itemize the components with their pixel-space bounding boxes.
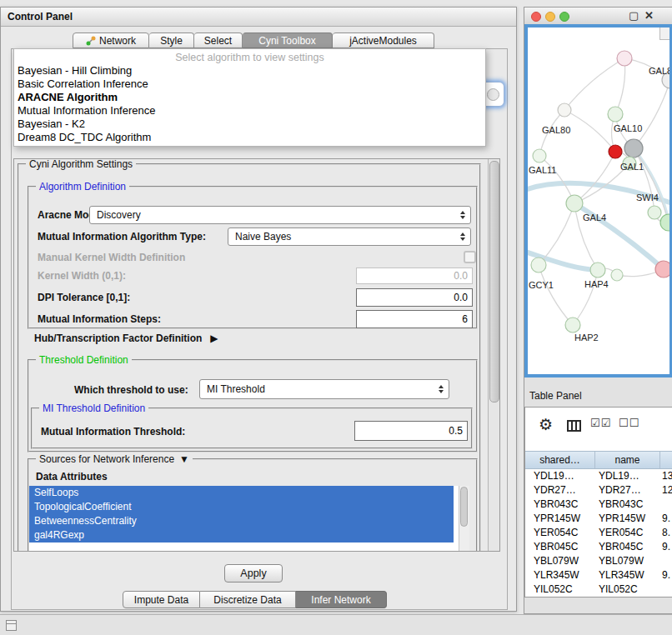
table-cell: YIL052C: [595, 582, 660, 597]
table-cell: YDR27…: [525, 483, 595, 498]
tab-label: Cyni Toolbox: [258, 35, 315, 47]
graph-node[interactable]: [558, 103, 571, 117]
graph-node[interactable]: [617, 51, 632, 66]
algorithm-option[interactable]: Mutual Information Inference: [14, 104, 485, 118]
data-attributes-list[interactable]: SelfLoopsTopologicalCoefficientBetweenne…: [29, 486, 469, 551]
attribute-item[interactable]: BetweennessCentrality: [29, 514, 454, 528]
mi-threshold-input[interactable]: [354, 421, 468, 441]
table-row[interactable]: YDL19…YDL19…13: [525, 469, 672, 483]
expand-down-icon[interactable]: ▼: [179, 453, 189, 465]
algorithm-option[interactable]: Dream8 DC_TDC Algorithm: [14, 131, 485, 144]
bottom-tab-discretize-data[interactable]: Discretize Data: [200, 591, 296, 608]
graph-node[interactable]: [608, 107, 623, 122]
network-tab-icon: [86, 36, 96, 46]
expand-right-icon[interactable]: ▶: [210, 332, 218, 344]
apply-button[interactable]: Apply: [224, 564, 283, 582]
aracne-mode-select[interactable]: Discovery: [89, 206, 471, 224]
manual-kernel-label: Manual Kernel Width Definition: [38, 252, 185, 263]
attribute-item[interactable]: TopologicalCoefficient: [29, 500, 454, 514]
node-label: GAL4: [583, 212, 606, 222]
hub-definition-label: Hub/Transcription Factor Definition: [34, 332, 202, 344]
algorithm-option[interactable]: Bayesian - Hill Climbing: [14, 64, 485, 78]
control-panel-titlebar[interactable]: Control Panel: [1, 8, 516, 27]
algorithm-option[interactable]: ARACNE Algorithm: [14, 91, 485, 104]
attribute-item[interactable]: gal4RGexp: [29, 528, 454, 542]
tab-network[interactable]: Network: [73, 32, 149, 48]
combo-arrows-icon: [460, 232, 465, 241]
mi-steps-input[interactable]: [356, 310, 473, 328]
table-cell: YPR145W: [595, 512, 660, 526]
table-cell: [660, 498, 672, 512]
minimize-traffic-light-icon[interactable]: [545, 12, 555, 22]
dpi-tolerance-input[interactable]: [356, 288, 473, 307]
select-all-icon[interactable]: ☑☑: [590, 417, 611, 429]
network-window: ▢ ✕ GAL8GAL80GAL10GAL11GAL1SWI4GAL4GCY1H…: [524, 7, 672, 614]
deselect-all-icon[interactable]: ☐☐: [619, 417, 639, 429]
attribute-item[interactable]: SelfLoops: [29, 486, 454, 500]
window-title: Control Panel: [8, 11, 73, 22]
tab-jactivemodules[interactable]: jActiveModules: [333, 32, 434, 48]
list-scrollbar-thumb[interactable]: [460, 487, 468, 527]
tab-label: Style: [160, 35, 183, 47]
table-row[interactable]: YPR145WYPR145W9.: [525, 512, 672, 526]
table-panel: ⚙ ☑☑ ☐☐ shared… name YDL19…YDL19…13YDR27…: [524, 407, 672, 598]
bottom-tab-impute-data[interactable]: Impute Data: [123, 591, 200, 608]
table-cell: 13: [660, 469, 672, 483]
tab-select[interactable]: Select: [194, 32, 243, 48]
panel-grip-icon[interactable]: [6, 620, 17, 631]
group-title: Threshold Definition: [36, 354, 132, 366]
sources-toggle[interactable]: Sources for Network Inference ▼: [36, 453, 193, 465]
network-view-canvas[interactable]: GAL8GAL80GAL10GAL11GAL1SWI4GAL4GCY1HAP4H…: [524, 24, 672, 378]
threshold-select[interactable]: MI Threshold: [199, 379, 449, 399]
table-cell: YLR345W: [525, 568, 595, 582]
table-row[interactable]: YBR045CYBR045C9.: [525, 540, 672, 554]
node-label: GAL8: [649, 66, 669, 76]
graph-edge: [574, 152, 615, 203]
bottom-tab-infer-network[interactable]: Infer Network: [296, 591, 387, 608]
settings-scrollpane: Cyni Algorithm Settings Algorithm Defini…: [13, 158, 500, 552]
graph-node[interactable]: [565, 318, 580, 332]
graph-node[interactable]: [611, 269, 623, 281]
threshold-definition-group: Threshold Definition Which threshold to …: [28, 359, 478, 452]
graph-node[interactable]: [566, 195, 583, 212]
mi-type-select[interactable]: Naive Bayes: [228, 228, 471, 246]
graph-node[interactable]: [648, 206, 661, 219]
close-window-icon[interactable]: ✕: [644, 9, 654, 22]
settings-scrollbar[interactable]: [488, 159, 499, 551]
column-header-shared-name[interactable]: shared…: [525, 452, 595, 468]
tab-cyni-toolbox[interactable]: Cyni Toolbox: [243, 32, 333, 48]
table-row[interactable]: YER054CYER054C8.: [525, 526, 672, 540]
column-selector-icon[interactable]: [567, 420, 581, 432]
hub-definition-toggle[interactable]: Hub/Transcription Factor Definition ▶: [34, 332, 218, 344]
table-row[interactable]: YLR345WYLR345W9.: [525, 568, 672, 582]
tab-style[interactable]: Style: [149, 32, 194, 48]
column-header-name[interactable]: name: [595, 452, 660, 468]
group-title: MI Threshold Definition: [39, 402, 148, 414]
graph-node[interactable]: [655, 261, 669, 278]
settings-gear-icon[interactable]: ⚙: [539, 415, 553, 434]
table-row[interactable]: YBR043CYBR043C: [525, 498, 672, 512]
close-traffic-light-icon[interactable]: [531, 12, 541, 22]
settings-scrollbar-thumb[interactable]: [489, 161, 499, 402]
list-scrollbar[interactable]: [459, 486, 469, 551]
algorithm-option[interactable]: Basic Correlation Inference: [14, 78, 485, 91]
mi-threshold-group: MI Threshold Definition Mutual Informati…: [31, 408, 473, 449]
graph-edge: [539, 156, 574, 203]
network-graph[interactable]: GAL8GAL80GAL10GAL11GAL1SWI4GAL4GCY1HAP4H…: [528, 28, 669, 374]
graph-node[interactable]: [531, 258, 546, 272]
graph-node[interactable]: [624, 139, 643, 158]
table-row[interactable]: YDR27…YDR27…12: [525, 483, 672, 498]
graph-node[interactable]: [533, 149, 546, 162]
float-window-icon[interactable]: ▢: [629, 9, 639, 22]
table-row[interactable]: YIL052CYIL052C: [525, 582, 672, 597]
zoom-traffic-light-icon[interactable]: [559, 12, 569, 22]
table-cell: YER054C: [525, 526, 595, 540]
graph-node[interactable]: [590, 262, 605, 278]
graph-node[interactable]: [660, 214, 669, 231]
table-row[interactable]: YBL079WYBL079W: [525, 554, 672, 568]
mi-threshold-label: Mutual Information Threshold:: [41, 426, 185, 438]
graph-node[interactable]: [609, 145, 622, 158]
algorithm-option[interactable]: Bayesian - K2: [14, 118, 485, 131]
column-header-extra[interactable]: [660, 452, 672, 468]
mi-steps-label: Mutual Information Steps:: [38, 313, 161, 325]
